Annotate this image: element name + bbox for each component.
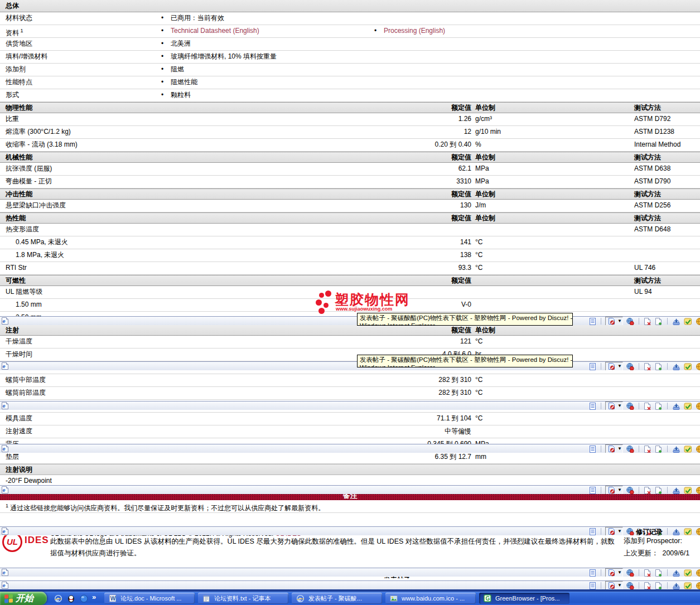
task-button[interactable]: e发表帖子 - 聚碳酸... xyxy=(292,593,382,604)
approve-icon[interactable] xyxy=(684,317,692,326)
globe-stop-icon[interactable] xyxy=(626,317,634,326)
doc-list-icon[interactable] xyxy=(589,402,596,410)
filter-dropdown-button[interactable]: ▼ xyxy=(605,444,623,453)
approve-icon[interactable] xyxy=(684,362,692,371)
window-page-icon[interactable]: e xyxy=(1,401,9,410)
sujiaowuxing-logo: 塑胶物性网 www.sujiaowuxing.com xyxy=(314,292,437,314)
upload-icon[interactable] xyxy=(672,486,680,495)
general-row: 供货地区•北美洲 xyxy=(0,38,700,51)
globe-stop-icon[interactable] xyxy=(626,402,634,410)
tooltip-text-line2: Windows Internet Explorer xyxy=(360,323,570,326)
datasheet-link[interactable]: Processing (English) xyxy=(384,25,445,37)
task-button[interactable]: W论坛.doc - Microsoft ... xyxy=(104,593,195,604)
filter-dropdown-button[interactable]: ▼ xyxy=(605,486,623,494)
globe-stop-icon[interactable] xyxy=(626,362,634,371)
page-delete-icon[interactable] xyxy=(644,362,651,371)
page-add-icon[interactable] xyxy=(655,569,663,577)
approve-icon[interactable] xyxy=(684,445,692,453)
quick-launch-chevron[interactable]: » xyxy=(92,593,96,601)
window-page-icon[interactable]: e xyxy=(1,317,9,325)
window-page-icon[interactable]: e xyxy=(1,527,9,535)
approve-icon[interactable] xyxy=(684,582,692,590)
filter-dropdown-button[interactable]: ▼ xyxy=(605,568,623,577)
page-delete-icon[interactable] xyxy=(644,569,651,577)
filter-dropdown-icon xyxy=(608,362,615,370)
toolbar-separator xyxy=(639,318,639,325)
upload-icon[interactable] xyxy=(672,362,680,371)
subsection-header: 注射说明 xyxy=(0,464,700,475)
doc-list-icon[interactable] xyxy=(589,362,596,371)
page-delete-icon[interactable] xyxy=(644,317,651,326)
doc-list-icon[interactable] xyxy=(589,582,596,590)
upload-icon[interactable] xyxy=(672,582,680,590)
doc-list-icon[interactable] xyxy=(589,527,596,536)
test-method: ASTM D792 xyxy=(634,113,670,125)
page-add-icon[interactable] xyxy=(655,317,663,326)
property-label: 1.8 MPa, 未退火 xyxy=(16,249,64,261)
general-row: 形式•颗粒料 xyxy=(0,89,700,102)
window-toolbar: ▼ xyxy=(587,362,700,370)
gold-globe-icon[interactable] xyxy=(696,569,700,577)
gold-globe-icon[interactable] xyxy=(696,486,700,495)
gold-globe-icon[interactable] xyxy=(696,445,700,453)
datasheet-page: 总体材料状态•已商用：当前有效资料 1•Technical Datasheet … xyxy=(0,0,700,605)
page-add-icon[interactable] xyxy=(655,445,663,453)
page-delete-icon[interactable] xyxy=(644,486,651,495)
filter-dropdown-button[interactable]: ▼ xyxy=(605,527,623,535)
page-delete-icon[interactable] xyxy=(644,402,651,410)
doc-list-icon[interactable] xyxy=(589,569,596,577)
window-page-icon[interactable]: e xyxy=(1,581,9,589)
doc-list-icon[interactable] xyxy=(589,317,596,326)
globe-stop-icon[interactable] xyxy=(626,445,634,453)
datasheet-link[interactable]: Technical Datasheet (English) xyxy=(171,25,259,37)
logo-dot xyxy=(316,299,322,306)
gold-globe-icon[interactable] xyxy=(696,317,700,326)
filter-dropdown-button[interactable]: ▼ xyxy=(605,317,623,325)
gold-globe-icon[interactable] xyxy=(696,362,700,371)
doc-list-icon[interactable] xyxy=(589,445,596,453)
site-logo-url: www.sujiaowuxing.com xyxy=(336,306,392,312)
svg-text:e: e xyxy=(3,364,6,369)
filter-dropdown-button[interactable]: ▼ xyxy=(605,401,623,410)
toolbar-separator xyxy=(601,528,601,535)
quick-launch-sphere-icon[interactable] xyxy=(79,593,89,603)
gold-globe-icon[interactable] xyxy=(696,582,700,590)
approve-icon[interactable] xyxy=(684,569,692,577)
approve-icon[interactable] xyxy=(684,402,692,410)
globe-stop-icon[interactable] xyxy=(626,582,634,590)
quick-launch-ie-icon[interactable]: e xyxy=(53,593,63,603)
qq-icon xyxy=(67,594,75,603)
upload-icon[interactable] xyxy=(672,569,680,577)
globe-stop-icon[interactable] xyxy=(626,569,634,577)
quick-launch-qq-icon[interactable] xyxy=(66,593,76,603)
property-label: 垫层 xyxy=(6,451,19,463)
page-add-icon[interactable] xyxy=(655,486,663,495)
row-value: 阻燃 xyxy=(171,64,184,75)
window-page-icon[interactable]: e xyxy=(1,362,9,370)
window-page-icon[interactable]: e xyxy=(1,444,9,453)
section-title: 可燃性 xyxy=(6,275,26,285)
svg-text:e: e xyxy=(3,446,6,452)
upload-icon[interactable] xyxy=(672,445,680,453)
filter-dropdown-button[interactable]: ▼ xyxy=(605,362,623,370)
property-unit: MPa xyxy=(475,176,489,187)
upload-icon[interactable] xyxy=(672,317,680,326)
task-button[interactable]: www.baidu.com.ico - ... xyxy=(385,593,476,604)
upload-icon[interactable] xyxy=(672,402,680,410)
window-page-icon[interactable]: e xyxy=(1,486,9,494)
window-page-icon[interactable]: e xyxy=(1,568,9,577)
background-window-strip: e▼ xyxy=(0,316,700,325)
approve-icon[interactable] xyxy=(684,486,692,495)
doc-list-icon[interactable] xyxy=(589,486,596,495)
filter-dropdown-button[interactable]: ▼ xyxy=(605,581,623,589)
page-add-icon[interactable] xyxy=(655,402,663,410)
task-button[interactable]: GGreenBrowser - [Pros... xyxy=(479,593,569,604)
globe-stop-icon[interactable] xyxy=(626,486,634,495)
task-button[interactable]: 论坛资料.txt - 记事本 xyxy=(198,593,288,604)
page-delete-icon[interactable] xyxy=(644,582,651,590)
page-add-icon[interactable] xyxy=(655,582,663,590)
start-button[interactable]: 开始 xyxy=(0,592,47,605)
page-delete-icon[interactable] xyxy=(644,445,651,453)
gold-globe-icon[interactable] xyxy=(696,402,700,410)
page-add-icon[interactable] xyxy=(655,362,663,371)
